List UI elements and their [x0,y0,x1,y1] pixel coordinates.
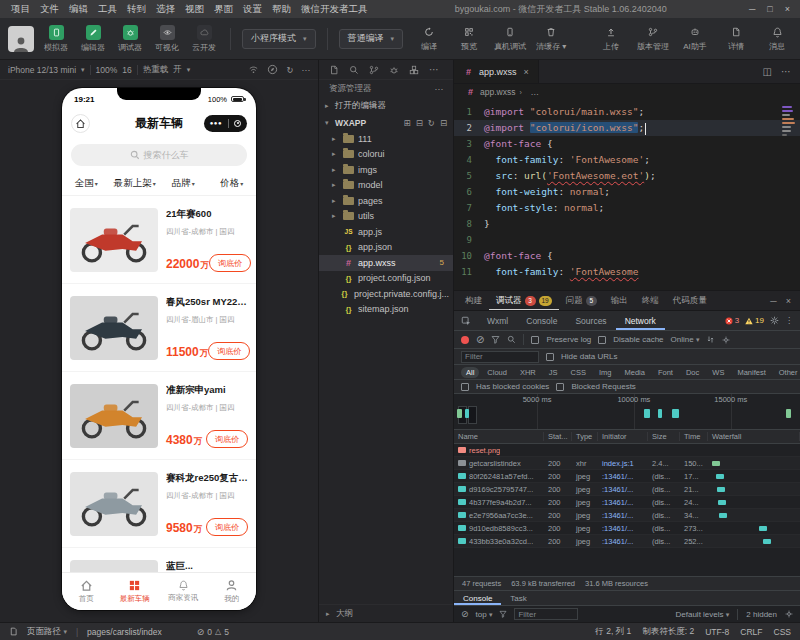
eol[interactable]: CRLF [740,627,762,637]
version-control-button[interactable]: 版本管理 [637,26,669,52]
filter-pill-font[interactable]: Font [653,367,678,378]
more-icon[interactable]: ⋯ [435,84,444,94]
filter-pill-all[interactable]: All [461,367,479,378]
page-path-value[interactable]: pages/carslist/index [87,627,162,637]
refresh-icon[interactable]: ↻ [428,118,435,128]
wechat-capsule[interactable]: ●●● [204,115,247,132]
initiator-link[interactable]: :13461/... [598,498,648,507]
close-tab-icon[interactable]: × [524,67,529,77]
code-editor[interactable]: 1@import "colorui/main.wxss";2@import "c… [454,100,800,290]
breadcrumb[interactable]: # app.wxss › … [454,84,800,100]
clear-icon[interactable]: ⊘ [476,334,484,345]
initiator-link[interactable]: :13461/... [598,511,648,520]
car-item[interactable]: 21年赛600四川省-成都市 | 国四22000万询底价 [62,196,256,284]
tab-size[interactable]: 制表符长度: 2 [642,626,694,638]
collapse-icon[interactable]: ⊟ [440,118,447,128]
initiator-link[interactable]: index.js:1 [598,459,648,468]
avatar[interactable] [8,26,34,52]
debug-icon[interactable] [389,65,399,75]
network-request-row[interactable]: 4b377fe9a4b2d7...200jpeg:13461/...(dis..… [454,496,800,509]
menu-item-1[interactable]: 文件 [35,3,64,16]
column-header[interactable]: Waterfall [708,432,800,441]
devtools-tab-network[interactable]: Network [616,311,665,330]
ai-assistant-button[interactable]: AI助手 [680,26,710,52]
minimap[interactable] [782,106,796,138]
tab-dealer-news[interactable]: 商家资讯 [159,573,208,610]
console-tab-console[interactable]: Console [454,591,501,605]
menu-item-0[interactable]: 项目 [6,3,35,16]
capsule-close-icon[interactable] [234,120,241,127]
file-tree-item[interactable]: ▸model [319,178,453,194]
file-tree-item[interactable]: ▸111 [319,131,453,147]
clear-cache-button[interactable]: 清缓存 ▾ [536,26,566,52]
log-levels-dropdown[interactable]: Default levels ▾ [676,610,730,619]
filter-pill-xhr[interactable]: XHR [515,367,541,378]
encoding[interactable]: UTF-8 [705,627,729,637]
file-tree-item[interactable]: {}sitemap.json [319,302,453,318]
throttling-dropdown[interactable]: Online ▾ [671,335,700,344]
network-request-row[interactable]: 433bb33e0a32cd...200jpeg:13461/...(dis..… [454,535,800,548]
initiator-link[interactable]: :13461/... [598,472,648,481]
menu-item-10[interactable]: 微信开发者工具 [296,3,373,16]
close-icon[interactable]: × [785,4,790,14]
code-line[interactable]: 1@import "colorui/main.wxss"; [454,104,800,120]
network-request-row[interactable]: 80f262481a57efd...200jpeg:13461/...(dis.… [454,470,800,483]
clear-console-icon[interactable]: ⊘ [461,609,469,619]
network-request-row[interactable]: d9169c25795747...200jpeg:13461/...(dis..… [454,483,800,496]
panel-tab-4[interactable]: 终端 [635,291,666,310]
initiator-link[interactable]: :13461/... [598,537,648,546]
panel-tab-1[interactable]: 调试器319 [489,291,559,310]
home-button[interactable] [71,114,90,133]
language-mode[interactable]: CSS [774,627,791,637]
car-item[interactable]: 春风250sr MY22单摇臂版本四川省-眉山市 | 国四11500万询底价 [62,284,256,372]
network-request-row[interactable]: getcarslistindex200xhrindex.js:12.4...15… [454,457,800,470]
blocked-cookies-checkbox[interactable] [461,383,469,391]
compass-icon[interactable] [267,64,278,75]
project-root[interactable]: ▾ WXAPP ⊞ ⊟ ↻ ⊟ [319,114,453,131]
devtools-tab-console[interactable]: Console [517,311,566,330]
ask-price-button[interactable]: 询底价 [209,254,251,272]
minimize-icon[interactable]: ─ [749,4,755,14]
disable-cache-checkbox[interactable] [598,336,606,344]
file-tree-item[interactable]: {}project.private.config.j... [319,286,453,302]
code-line[interactable]: 5 src: url('FontAwesome.eot'); [454,168,800,184]
hot-reload-toggle[interactable]: 开 [173,64,182,76]
network-filter-input[interactable] [461,351,539,363]
file-tree-item[interactable]: JSapp.js [319,224,453,240]
filter-pill-img[interactable]: Img [594,367,617,378]
net-selector[interactable]: 16 [122,65,131,75]
messages-button[interactable]: 消息 [762,26,792,52]
ask-price-button[interactable]: 询底价 [206,430,248,448]
search-icon[interactable] [349,65,359,75]
extensions-icon[interactable] [409,65,419,75]
console-tab-task[interactable]: Task [501,591,535,605]
code-line[interactable]: 8} [454,216,800,232]
filter-pill-ws[interactable]: WS [707,367,729,378]
file-tree-item[interactable]: {}project.config.json [319,271,453,287]
console-context-dropdown[interactable]: top ▾ [476,610,493,619]
code-line[interactable]: 2@import "colorui/icon.wxss"; [454,120,800,136]
zoom-selector[interactable]: 100% [96,65,118,75]
more-icon[interactable]: ⋯ [302,65,311,75]
compile-button[interactable]: 编译 [414,26,444,52]
code-line[interactable]: 7 font-style: normal; [454,200,800,216]
column-header[interactable]: Time [680,432,708,441]
menu-item-6[interactable]: 视图 [180,3,209,16]
file-tree-item[interactable]: ▸colorui [319,147,453,163]
compile-mode-dropdown[interactable]: 普通编译 ▾ [339,29,404,49]
minimize-panel-icon[interactable]: ─ [770,296,776,306]
cursor-position[interactable]: 行 2, 列 1 [595,626,631,638]
filter-2[interactable]: 品牌▾ [159,177,208,190]
menu-item-5[interactable]: 选择 [151,3,180,16]
network-overview[interactable]: 5000 ms10000 ms15000 ms [454,394,800,430]
tab-profile[interactable]: 我的 [208,573,257,610]
outline-section[interactable]: ▸ 大纲 [319,604,453,622]
more-icon[interactable]: ⋯ [781,66,791,77]
toolbar-toggle-visual[interactable]: 可视化 [152,25,182,53]
close-panel-icon[interactable]: × [786,296,791,306]
column-header[interactable]: Stat... [544,432,572,441]
problems-indicator[interactable]: ⊘ 0 △ 5 [197,627,229,637]
gear-icon[interactable] [785,610,793,618]
initiator-link[interactable]: :13461/... [598,524,648,533]
ask-price-button[interactable]: 询底价 [206,518,248,536]
